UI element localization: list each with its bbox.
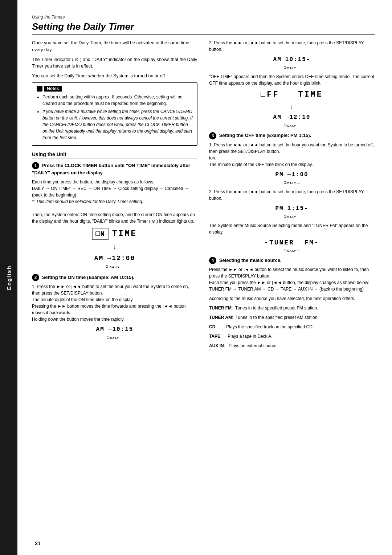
display-time-right: →12:00	[107, 255, 135, 262]
step3-substep4: 2. Press the ►► or |◄◄ button to set the…	[209, 189, 375, 202]
step2-right-disp-left: AM	[273, 56, 282, 63]
step2-body: 1. Press the ►► or |◄◄ button to set the…	[32, 283, 197, 323]
main-content: Using the Timers Setting the Daily Timer…	[17, 0, 392, 555]
two-column-layout: Once you have set the Daily Timer, the t…	[32, 40, 375, 352]
daily-label-6: DAILY	[287, 215, 296, 219]
notes-box: Notes Perform each setting within approx…	[32, 82, 197, 146]
source-tuner-am-label: TUNER AM	[209, 315, 232, 320]
using-unit-title: Using the Unit	[32, 151, 197, 158]
step2-continued-body: 2. Press the ►► or |◄◄ button to set the…	[209, 40, 375, 53]
source-tape-desc: Plays a tape in Deck A.	[228, 334, 272, 339]
daily-label-2: DAILY	[110, 336, 119, 340]
notes-title: Notes	[37, 86, 193, 92]
note-item-2: If you have made a mistake while setting…	[42, 108, 193, 141]
step2-display: AM →10:15 ⊙ DAILY —	[32, 326, 197, 340]
step1-body: Each time you press the button, the disp…	[32, 179, 197, 224]
sidebar: English	[0, 0, 17, 555]
daily-indicator-2: ⊙ DAILY —	[32, 335, 197, 340]
step4-body3: According to the music source you have s…	[209, 295, 375, 302]
daily-indicator-3: ⊙ DAILY —	[209, 65, 375, 70]
daily-label-7: DAILY	[287, 249, 296, 252]
arrow-down-2: ↓	[209, 103, 375, 110]
daily-indicator-6: ⊙ DAILY —	[209, 214, 375, 219]
arrow-down-1: ↓	[32, 243, 197, 251]
source-tape-label: TAPE	[209, 334, 220, 339]
page-title: Setting the Daily Timer	[32, 21, 375, 35]
daily-indicator-4: ⊙ DAILY —	[209, 123, 375, 127]
display-on: □N	[92, 228, 109, 240]
source-aux-label: AUX IN	[209, 343, 224, 348]
note-item-1: Perform each setting within approx. 8 se…	[42, 94, 193, 107]
step2-display-right: →10:15	[108, 326, 134, 333]
off-disp-left: AM	[273, 114, 282, 121]
intro-para-3: You can set the Daily Timer whether the …	[32, 73, 197, 80]
step1-display1: □N TIME	[32, 228, 197, 240]
page-number: 21	[35, 540, 41, 546]
step3-display2: PM 1:15- ⊙ DAILY —	[209, 205, 375, 219]
step3-disp2-left: PM	[275, 205, 283, 212]
right-column: 2. Press the ►► or |◄◄ button to set the…	[209, 40, 375, 352]
source-tuner-fm-label: TUNER FM	[209, 305, 232, 311]
sidebar-label: English	[6, 265, 12, 290]
off-disp-right: →12:10	[285, 114, 311, 121]
daily-label-5: DAILY	[287, 182, 296, 185]
source-tuner-fm-desc: Tunes in to the specified preset FM stat…	[235, 305, 318, 311]
daily-indicator-7: ⊙ DAILY —	[209, 248, 375, 252]
step3-body1: 1. Press the ►► or |◄◄ button to set the…	[209, 142, 375, 168]
section-header: Using the Timers	[32, 15, 375, 20]
off-time-display-large: □FF TIME	[209, 90, 375, 99]
source-list: TUNER FM: Tunes in to the specified pres…	[209, 305, 375, 349]
step3-note: The System enter Music Source Selecting …	[209, 222, 375, 235]
tuner-fm-display: -TUNER FM- ⊙ DAILY —	[209, 239, 375, 252]
display-time: TIME	[112, 229, 137, 238]
step1-title: 1 Press the CLOCK TIMER button until "ON…	[32, 162, 197, 177]
daily-label-3: DAILY	[287, 66, 296, 70]
source-aux-desc: Plays an external source.	[229, 343, 278, 348]
step4-body1: Press the ►► or |◄◄ button to select the…	[209, 266, 375, 292]
step1-display2: AM →12:00 ⊙ DAILY —	[32, 255, 197, 269]
step2-title: 2 Setting the ON time (Example: AM 10:15…	[32, 274, 197, 281]
intro-para-2: The Timer indicator ( ⊙ ) and "DAILY" in…	[32, 56, 197, 70]
source-tuner-am-desc: Tunes in to the specified preset AM stat…	[236, 315, 319, 320]
daily-label-1: DAILY	[110, 266, 120, 269]
left-column: Once you have set the Daily Timer, the t…	[32, 40, 197, 352]
step3-display1: PM →1:00 ⊙ DAILY —	[209, 171, 375, 185]
step3-disp1-left: PM	[275, 171, 283, 178]
step2-display-left: AM	[96, 326, 105, 333]
daily-label-4: DAILY	[287, 124, 296, 127]
step3-number: 3	[209, 132, 216, 139]
step2-number: 2	[32, 274, 39, 281]
source-cd-label: CD	[209, 324, 215, 329]
step2-right-disp-right: 10:15-	[285, 56, 311, 63]
daily-indicator-5: ⊙ DAILY —	[209, 180, 375, 185]
display-am-left: AM	[94, 255, 104, 262]
off-time-display2: AM →12:10 ⊙ DAILY —	[209, 114, 375, 127]
off-time-note: "OFF TIME" appears and then the System e…	[209, 73, 375, 86]
step2-right-display: AM 10:15- ⊙ DAILY —	[209, 56, 375, 70]
page-container: English Using the Timers Setting the Dai…	[0, 0, 392, 555]
notes-list: Perform each setting within approx. 8 se…	[37, 94, 193, 141]
intro-para-1: Once you have set the Daily Timer, the t…	[32, 40, 197, 53]
step3-disp1-right: →1:00	[287, 171, 309, 178]
source-cd-desc: Plays the specified track on the specifi…	[226, 324, 314, 329]
daily-indicator-1: ⊙ DAILY —	[32, 264, 197, 269]
step1-number: 1	[32, 162, 39, 169]
step3-disp2-right: 1:15-	[287, 205, 309, 212]
step4-title: 4 Selecting the music source.	[209, 257, 375, 264]
step3-title: 3 Setting the OFF time (Example: PM 1:15…	[209, 132, 375, 139]
step4-number: 4	[209, 257, 216, 264]
